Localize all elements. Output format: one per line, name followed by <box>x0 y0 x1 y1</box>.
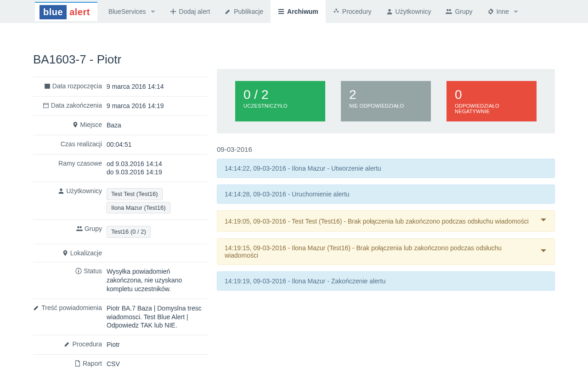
row-locations-label: Lokalizacje <box>70 249 102 257</box>
log-entry[interactable]: 14:19:05, 09-03-2016 - Test Test (Test16… <box>217 210 555 232</box>
row-groups: Grupy Test16 (0 / 2) <box>33 220 208 244</box>
stat-neg-reply[interactable]: 0 ODPOWIEDZIAŁO NEGATYWNIE <box>447 81 537 121</box>
row-end: Data zakończenia 9 marca 2016 14:19 <box>33 96 208 115</box>
calendar-icon <box>43 102 49 109</box>
nav-dodaj-alert-label: Dodaj alert <box>179 8 210 15</box>
row-place: Miejsce Baza <box>33 115 208 135</box>
row-status: Status Wysyłka powiadomień zakończona, n… <box>33 262 208 299</box>
row-report-label: Raport <box>83 360 102 367</box>
activity-panel: 0 / 2 UCZESTNICZYŁO 2 NIE ODPOWIEDZIAŁO … <box>217 52 555 368</box>
row-locations: Lokalizacje <box>33 244 208 262</box>
report-csv-link[interactable]: CSV <box>107 360 120 368</box>
nav-publikacje-label: Publikacje <box>234 8 263 15</box>
stat-neg-reply-label: ODPOWIEDZIAŁO NEGATYWNIE <box>455 103 528 114</box>
row-groups-value: Test16 (0 / 2) <box>107 220 208 244</box>
row-duration: Czas realizacji 00:04:51 <box>33 135 208 154</box>
pencil-icon <box>33 305 40 311</box>
log-entry-text: 14:14:22, 09-03-2016 - Ilona Mazur - Utw… <box>225 165 381 172</box>
log-entry-text: 14:19:15, 09-03-2016 - Ilona Mazur (Test… <box>225 244 535 259</box>
info-icon <box>75 268 82 275</box>
stat-no-reply[interactable]: 2 NIE ODPOWIEDZIAŁO <box>341 81 431 121</box>
nav-procedury-label: Procedury <box>342 8 372 15</box>
user-tag[interactable]: Test Test (Test16) <box>107 188 163 200</box>
stat-participated-label: UCZESTNICZYŁO <box>243 103 317 109</box>
map-pin-icon <box>72 121 79 128</box>
nav-archiwum-label: Archiwum <box>287 8 318 15</box>
main-navbar: blue alert BlueServices Dodaj alert Publ… <box>0 0 588 23</box>
row-message: Treść powiadomienia Piotr BA.7 Baza | Do… <box>33 299 208 335</box>
nav-publikacje[interactable]: Publikacje <box>217 0 271 23</box>
row-users-value: Test Test (Test16) Ilona Mazur (Test16) <box>107 182 208 220</box>
list-icon <box>278 8 284 15</box>
users-icon <box>446 8 452 15</box>
row-start-value: 9 marca 2016 14:14 <box>107 77 208 97</box>
user-icon <box>386 8 393 15</box>
nav-inne[interactable]: Inne <box>480 0 526 23</box>
log-list: 14:14:22, 09-03-2016 - Ilona Mazur - Utw… <box>217 159 555 291</box>
row-start-label: Data rozpoczęcia <box>52 82 102 90</box>
log-date: 09-03-2016 <box>217 145 555 153</box>
sitemap-icon <box>333 8 339 15</box>
row-status-value: Wysyłka powiadomień zakończona, nie uzys… <box>107 262 208 299</box>
users-icon <box>76 225 83 232</box>
log-entry-text: 14:19:05, 09-03-2016 - Test Test (Test16… <box>225 218 529 225</box>
details-panel: BA1603-7 - Piotr Data rozpoczęcia 9 marc… <box>33 52 208 368</box>
group-tag[interactable]: Test16 (0 / 2) <box>107 226 151 238</box>
log-entry[interactable]: 14:19:15, 09-03-2016 - Ilona Mazur (Test… <box>217 238 555 265</box>
stats-bar: 0 / 2 UCZESTNICZYŁO 2 NIE ODPOWIEDZIAŁO … <box>217 69 555 133</box>
nav-archiwum[interactable]: Archiwum <box>271 0 326 23</box>
calendar-icon <box>44 83 51 90</box>
row-users-label: Użytkownicy <box>66 187 102 195</box>
nav-blueservices-label: BlueServices <box>108 8 146 15</box>
stat-neg-reply-num: 0 <box>455 87 528 102</box>
row-message-label: Treść powiadomienia <box>41 304 102 311</box>
log-entry: 14:19:19, 09-03-2016 - Ilona Mazur - Zak… <box>217 271 555 291</box>
pencil-icon <box>225 8 231 15</box>
nav-grupy-label: Grupy <box>455 8 472 15</box>
logo-alert: alert <box>67 5 93 19</box>
nav-grupy[interactable]: Grupy <box>438 0 480 23</box>
stat-no-reply-num: 2 <box>349 87 423 102</box>
chevron-down-icon[interactable] <box>540 216 547 226</box>
row-timeframe: Ramy czasowe od 9.03.2016 14:14 do 9.03.… <box>33 154 208 182</box>
row-users: Użytkownicy Test Test (Test16) Ilona Maz… <box>33 182 208 220</box>
caret-down-icon <box>151 11 155 13</box>
row-locations-value <box>107 244 208 262</box>
row-place-value: Baza <box>107 115 208 135</box>
stat-no-reply-label: NIE ODPOWIEDZIAŁO <box>349 103 423 109</box>
user-icon <box>58 188 64 195</box>
row-end-label: Data zakończenia <box>51 102 102 109</box>
nav-dodaj-alert[interactable]: Dodaj alert <box>163 0 218 23</box>
nav-blueservices[interactable]: BlueServices <box>101 0 163 23</box>
row-timeframe-value: od 9.03.2016 14:14 do 9.03.2016 14:19 <box>107 154 208 182</box>
row-procedure: Procedura Piotr <box>33 335 208 355</box>
map-pin-icon <box>62 250 68 257</box>
row-status-label: Status <box>84 267 102 275</box>
nav-uzytkownicy-label: Użytkownicy <box>396 8 431 15</box>
stat-participated[interactable]: 0 / 2 UCZESTNICZYŁO <box>235 81 325 121</box>
stat-participated-num: 0 / 2 <box>243 87 317 102</box>
log-entry: 14:14:22, 09-03-2016 - Ilona Mazur - Utw… <box>217 159 555 178</box>
plus-icon <box>170 8 176 15</box>
user-tag[interactable]: Ilona Mazur (Test16) <box>107 202 170 214</box>
row-procedure-value: Piotr <box>107 335 208 355</box>
nav-inne-label: Inne <box>497 8 509 15</box>
nav-procedury[interactable]: Procedury <box>326 0 379 23</box>
nav-uzytkownicy[interactable]: Użytkownicy <box>379 0 439 23</box>
row-duration-value: 00:04:51 <box>107 135 208 154</box>
logo-blue: blue <box>40 5 67 19</box>
details-table: Data rozpoczęcia 9 marca 2016 14:14 Data… <box>33 77 208 368</box>
logo[interactable]: blue alert <box>35 2 97 21</box>
row-place-label: Miejsce <box>80 121 102 128</box>
row-message-value: Piotr BA.7 Baza | Domyslna tresc wiadomo… <box>107 299 208 335</box>
log-entry: 14:14:28, 09-03-2016 - Uruchomienie aler… <box>217 184 555 204</box>
log-entry-text: 14:19:19, 09-03-2016 - Ilona Mazur - Zak… <box>225 277 385 285</box>
row-procedure-label: Procedura <box>72 340 102 348</box>
log-entry-text: 14:14:28, 09-03-2016 - Uruchomienie aler… <box>225 190 350 198</box>
chevron-down-icon[interactable] <box>540 247 547 257</box>
svg-rect-1 <box>43 104 48 108</box>
page-title: BA1603-7 - Piotr <box>33 52 208 67</box>
row-start: Data rozpoczęcia 9 marca 2016 14:14 <box>33 77 208 97</box>
row-duration-label: Czas realizacji <box>61 140 102 148</box>
row-groups-label: Grupy <box>85 225 102 232</box>
